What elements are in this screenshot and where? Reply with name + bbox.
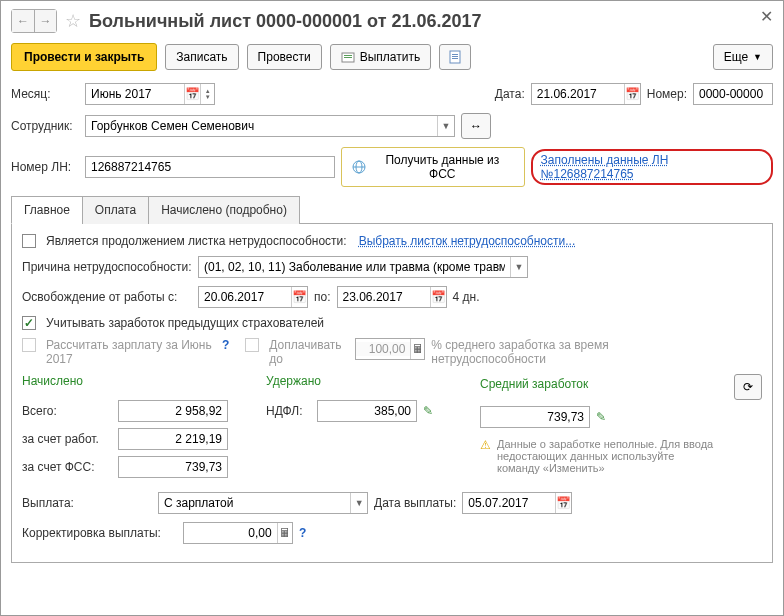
calc-salary-checkbox [22, 338, 36, 352]
percent-note: % среднего заработка за время нетрудоспо… [431, 338, 631, 366]
reason-field[interactable]: ▼ [198, 256, 528, 278]
payment-date-label: Дата выплаты: [374, 496, 456, 510]
employee-open-button[interactable]: ↔ [461, 113, 491, 139]
choose-sheet-link[interactable]: Выбрать листок нетрудоспособности... [359, 234, 576, 248]
tab-payment[interactable]: Оплата [82, 196, 149, 224]
release-to-field[interactable]: 📅 [337, 286, 447, 308]
tabs: Главное Оплата Начислено (подробно) [11, 195, 773, 224]
month-row: Месяц: 📅 ▲▼ Дата: 📅 Номер: [11, 83, 773, 105]
calendar-icon[interactable]: 📅 [555, 493, 571, 513]
reason-input[interactable] [199, 260, 510, 274]
payment-label: Выплата: [22, 496, 152, 510]
forward-button[interactable]: → [34, 10, 56, 32]
continuation-checkbox[interactable] [22, 234, 36, 248]
calculator-icon[interactable]: 🖩 [277, 523, 292, 543]
back-button[interactable]: ← [12, 10, 34, 32]
warning-icon: ⚠ [480, 438, 491, 452]
total-label: Всего: [22, 404, 112, 418]
calendar-icon[interactable]: 📅 [184, 84, 200, 104]
payment-date-input[interactable] [463, 496, 555, 510]
continuation-row: Является продолжением листка нетрудоспос… [22, 234, 762, 248]
help-icon[interactable]: ? [222, 338, 229, 352]
employer-input[interactable] [118, 428, 228, 450]
dropdown-icon[interactable]: ▼ [437, 116, 454, 136]
svg-rect-4 [452, 54, 458, 55]
release-from-input[interactable] [199, 290, 291, 304]
svg-rect-2 [344, 57, 352, 58]
payment-type-input[interactable] [159, 496, 350, 510]
post-and-close-button[interactable]: Провести и закрыть [11, 43, 157, 71]
refresh-button[interactable]: ⟳ [734, 374, 762, 400]
open-icon: ↔ [470, 119, 482, 133]
warning-text: Данные о заработке неполные. Для ввода н… [497, 438, 717, 474]
release-to-input[interactable] [338, 290, 430, 304]
correction-row: Корректировка выплаты: 🖩 ? [22, 522, 762, 544]
pencil-icon[interactable]: ✎ [596, 410, 606, 424]
ndfl-input[interactable] [317, 400, 417, 422]
employee-field[interactable]: ▼ [85, 115, 455, 137]
dropdown-icon[interactable]: ▼ [350, 493, 367, 513]
date-field[interactable]: 📅 [531, 83, 641, 105]
help-icon[interactable]: ? [299, 526, 306, 540]
continuation-label: Является продолжением листка нетрудоспос… [46, 234, 347, 248]
percent-input [356, 342, 410, 356]
release-to-label: по: [314, 290, 331, 304]
ln-input[interactable] [85, 156, 335, 178]
close-icon[interactable]: ✕ [760, 7, 773, 26]
calendar-icon[interactable]: 📅 [291, 287, 307, 307]
nav-buttons: ← → [11, 9, 57, 33]
write-button[interactable]: Записать [165, 44, 238, 70]
toolbar: Провести и закрыть Записать Провести Вып… [11, 43, 773, 71]
calc-row: Рассчитать зарплату за Июнь 2017 ? Допла… [22, 338, 762, 366]
withheld-heading: Удержано [266, 374, 456, 388]
employee-label: Сотрудник: [11, 119, 79, 133]
month-field[interactable]: 📅 ▲▼ [85, 83, 215, 105]
accrued-heading: Начислено [22, 374, 242, 388]
payment-type-field[interactable]: ▼ [158, 492, 368, 514]
number-input[interactable] [694, 87, 772, 101]
release-row: Освобождение от работы с: 📅 по: 📅 4 дн. [22, 286, 762, 308]
correction-field[interactable]: 🖩 [183, 522, 293, 544]
avg-input[interactable] [480, 406, 590, 428]
svg-rect-1 [344, 55, 352, 56]
calendar-icon[interactable]: 📅 [624, 84, 640, 104]
percent-field: 🖩 [355, 338, 425, 360]
number-field[interactable] [693, 83, 773, 105]
favorite-icon[interactable]: ☆ [65, 10, 81, 32]
extra-pay-label: Доплачивать до [269, 338, 349, 366]
employer-label: за счет работ. [22, 432, 112, 446]
total-input[interactable] [118, 400, 228, 422]
prev-insurers-row: Учитывать заработок предыдущих страховат… [22, 316, 762, 330]
month-input[interactable] [86, 87, 184, 101]
release-from-field[interactable]: 📅 [198, 286, 308, 308]
payment-date-field[interactable]: 📅 [462, 492, 572, 514]
calc-salary-label: Рассчитать зарплату за Июнь 2017 [46, 338, 216, 366]
more-button[interactable]: Еще ▼ [713, 44, 773, 70]
calendar-icon[interactable]: 📅 [430, 287, 446, 307]
release-label: Освобождение от работы с: [22, 290, 192, 304]
post-button[interactable]: Провести [247, 44, 322, 70]
tab-accrued[interactable]: Начислено (подробно) [148, 196, 300, 224]
month-spinner[interactable]: ▲▼ [200, 84, 214, 104]
pencil-icon[interactable]: ✎ [423, 404, 433, 418]
tab-main[interactable]: Главное [11, 196, 83, 224]
dropdown-icon[interactable]: ▼ [510, 257, 527, 277]
employee-input[interactable] [86, 119, 437, 133]
doc-list-button[interactable] [439, 44, 471, 70]
date-input[interactable] [532, 87, 624, 101]
date-label: Дата: [495, 87, 525, 101]
fss-input[interactable] [118, 456, 228, 478]
pay-button[interactable]: Выплатить [330, 44, 432, 70]
accrued-col: Начислено Всего: за счет работ. за счет … [22, 374, 242, 478]
chevron-down-icon: ▼ [753, 52, 762, 62]
month-label: Месяц: [11, 87, 79, 101]
get-fss-label: Получить данные из ФСС [371, 153, 514, 181]
prev-insurers-checkbox[interactable] [22, 316, 36, 330]
correction-input[interactable] [184, 526, 277, 540]
get-fss-button[interactable]: Получить данные из ФСС [341, 147, 524, 187]
filled-data-link[interactable]: Заполнены данные ЛН №126887214765 [531, 149, 773, 185]
extra-pay-checkbox [245, 338, 259, 352]
svg-rect-6 [452, 58, 458, 59]
refresh-icon: ⟳ [743, 380, 753, 394]
svg-rect-5 [452, 56, 458, 57]
